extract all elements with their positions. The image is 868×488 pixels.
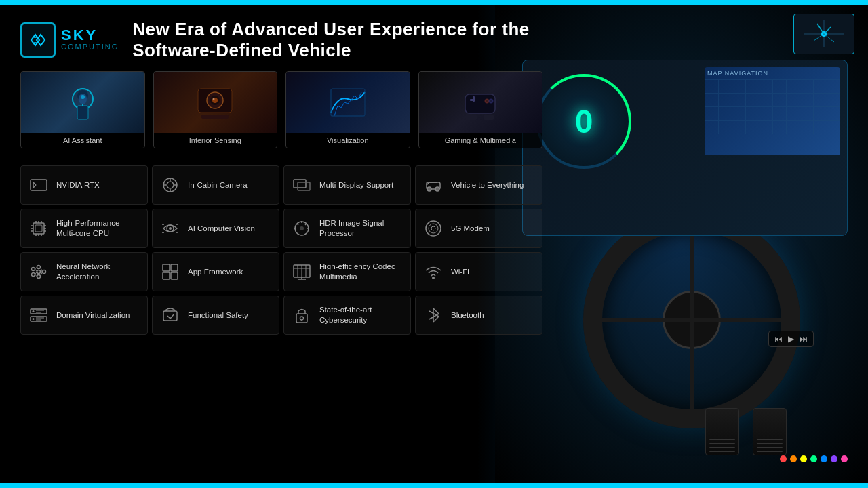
svg-line-71: [297, 224, 298, 225]
thumb-label-viz: Visualization: [286, 133, 410, 148]
feature-hdr-isp[interactable]: HDR Image Signal Processor: [283, 209, 411, 248]
svg-line-116: [433, 308, 439, 314]
pedal-lines-right: [757, 439, 783, 452]
feature-codec-multimedia[interactable]: High-efficiency Codec Multimedia: [283, 252, 411, 291]
feature-label-neural-network: Neural Network Acceleration: [56, 262, 140, 282]
logo-sky: SKY: [61, 28, 119, 43]
svg-rect-91: [163, 272, 170, 279]
svg-point-61: [169, 227, 172, 230]
svg-rect-109: [163, 311, 177, 321]
feature-high-performance-cpu[interactable]: High-Performance Multi-core CPU: [20, 209, 148, 248]
svg-rect-26: [473, 96, 475, 102]
svg-rect-30: [484, 115, 494, 120]
media-next[interactable]: ⏭: [800, 334, 808, 344]
border-top: [0, 0, 868, 5]
svg-rect-92: [171, 272, 178, 279]
page-title: New Era of Advanced User Experience for …: [132, 19, 542, 61]
app-framework-icon: [159, 261, 181, 283]
svg-point-81: [43, 270, 46, 274]
svg-line-84: [35, 272, 37, 274]
main-content: SKY COMPUTING New Era of Advanced User E…: [0, 5, 563, 483]
map-grid: [705, 79, 840, 134]
svg-rect-47: [35, 225, 42, 232]
feature-multi-display[interactable]: Multi-Display Support: [283, 165, 411, 205]
svg-rect-20: [201, 115, 229, 119]
dashboard-display: 0 MAP NAVIGATION: [522, 60, 848, 236]
svg-rect-90: [171, 264, 178, 271]
feature-label-codec-multimedia: High-efficiency Codec Multimedia: [319, 262, 403, 282]
media-controls[interactable]: ⏮ ▶ ⏭: [768, 331, 814, 347]
dot-orange: [790, 455, 797, 462]
feature-domain-virtualization[interactable]: Domain Virtualization: [20, 296, 148, 335]
feature-label-ai-computer-vision: AI Computer Vision: [188, 224, 255, 234]
svg-line-85: [35, 274, 37, 277]
feature-vehicle-everything[interactable]: Vehicle to Everything: [415, 165, 542, 205]
in-cabin-camera-icon: [159, 174, 181, 196]
logo: SKY COMPUTING: [20, 22, 119, 58]
dot-red: [780, 455, 787, 462]
feature-neural-network[interactable]: Neural Network Acceleration: [20, 252, 148, 291]
ai-computer-vision-icon: [159, 218, 181, 239]
wifi-icon: [422, 261, 444, 283]
thumb-interior-sensing[interactable]: Interior Sensing: [153, 71, 278, 148]
svg-rect-42: [298, 182, 310, 190]
dot-pink: [841, 455, 848, 462]
svg-point-79: [37, 270, 41, 274]
feature-label-in-cabin-camera: In-Cabin Camera: [188, 180, 248, 190]
media-prev[interactable]: ⏮: [774, 334, 783, 344]
feature-cybersecurity[interactable]: State-of-the-art Cybersecurity: [283, 296, 411, 335]
thumb-gaming[interactable]: Gaming & Multimedia: [418, 71, 543, 148]
header: SKY COMPUTING New Era of Advanced User E…: [20, 19, 542, 61]
svg-point-67: [300, 226, 304, 230]
feature-label-hdr-isp: HDR Image Signal Processor: [319, 218, 403, 239]
pedal-lines-left: [709, 439, 735, 452]
feature-label-cybersecurity: State-of-the-art Cybersecurity: [319, 305, 403, 325]
svg-point-28: [489, 99, 493, 103]
dot-purple: [831, 455, 837, 462]
functional-safety-icon: [159, 304, 181, 326]
steering-spoke-v: [690, 211, 694, 428]
svg-point-27: [485, 99, 489, 103]
svg-point-78: [37, 266, 41, 269]
svg-point-103: [33, 310, 35, 312]
svg-point-104: [33, 318, 35, 320]
thumb-img-viz: [286, 72, 410, 133]
thumb-img-interior: [154, 72, 277, 133]
pedal-right: [753, 408, 787, 455]
logo-svg: [26, 28, 50, 52]
svg-point-80: [37, 275, 41, 279]
svg-point-19: [213, 98, 215, 100]
feature-functional-safety[interactable]: Functional Safety: [152, 296, 279, 335]
svg-line-69: [305, 224, 307, 225]
logo-icon: [20, 22, 56, 58]
svg-rect-41: [294, 180, 306, 188]
feature-wifi[interactable]: Wi-Fi: [415, 252, 542, 291]
thumb-visualization[interactable]: Visualization: [285, 71, 410, 148]
feature-label-nvidia-rtx: NVIDIA RTX: [56, 180, 100, 190]
dot-yellow: [800, 455, 807, 462]
feature-label-5g-modem: 5G Modem: [451, 224, 490, 234]
feature-in-cabin-camera[interactable]: In-Cabin Camera: [152, 165, 279, 205]
feature-label-vehicle-everything: Vehicle to Everything: [451, 180, 524, 190]
logo-text: SKY COMPUTING: [61, 28, 119, 52]
feature-label-multi-display: Multi-Display Support: [319, 180, 393, 190]
feature-5g-modem[interactable]: 5G Modem: [415, 209, 542, 248]
svg-rect-8: [26, 28, 50, 52]
svg-point-75: [431, 226, 435, 230]
color-dots: [780, 455, 848, 462]
nvidia-rtx-icon: [28, 174, 50, 196]
media-play[interactable]: ▶: [788, 334, 794, 344]
feature-bluetooth[interactable]: Bluetooth: [415, 296, 542, 335]
svg-point-77: [32, 273, 35, 277]
feature-ai-computer-vision[interactable]: AI Computer Vision: [152, 209, 279, 248]
feature-nvidia-rtx[interactable]: NVIDIA RTX: [20, 165, 148, 205]
multi-display-icon: [291, 174, 313, 196]
vehicle-everything-icon: [422, 174, 444, 196]
svg-rect-46: [33, 223, 44, 234]
svg-line-83: [35, 269, 37, 272]
thumb-ai-assistant[interactable]: AI Assistant: [20, 71, 145, 148]
feature-label-app-framework: App Framework: [188, 267, 243, 277]
svg-line-111: [170, 314, 174, 319]
feature-app-framework[interactable]: App Framework: [152, 252, 279, 291]
border-bottom: [0, 483, 868, 488]
